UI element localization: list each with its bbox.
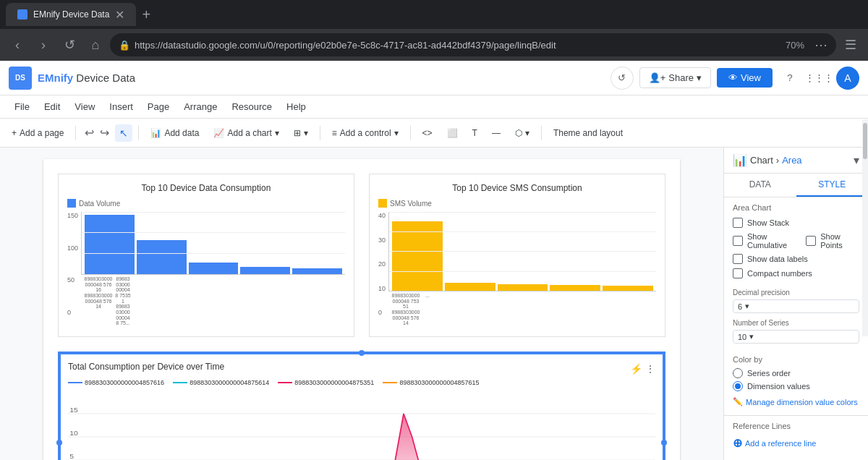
logo-text: DS — [15, 74, 25, 82]
handle-top[interactable] — [359, 350, 365, 356]
chart-lightning-icon[interactable]: ⚡ — [630, 363, 642, 375]
add-control-label: Add a control — [340, 128, 391, 138]
tab-close-icon[interactable]: ✕ — [115, 8, 124, 22]
x-labels-1: 8988303000000048 576168988303000000048 5… — [81, 275, 345, 328]
tab-data[interactable]: DATA — [724, 174, 796, 197]
view-button[interactable]: 👁 View — [717, 68, 773, 88]
address-bar[interactable]: 🔒 https://datastudio.google.com/u/0/repo… — [110, 33, 836, 56]
forward-button[interactable]: › — [32, 33, 55, 56]
gridline-2-2 — [389, 231, 656, 232]
color-by-section: Color by Series order Dimension values ✏… — [724, 349, 868, 415]
new-tab-button[interactable]: + — [142, 7, 150, 23]
home-button[interactable]: ⌂ — [84, 33, 107, 56]
back-button[interactable]: ‹ — [6, 33, 29, 56]
area-chart-options: Area Chart Show Stack Show Cumulative Sh… — [724, 197, 868, 289]
menu-page[interactable]: Page — [142, 98, 175, 115]
handle-left[interactable] — [56, 440, 62, 446]
x-label-2-2: ... — [422, 293, 433, 326]
x-label-2-1: 8988303000000048 753518988303000000048 5… — [391, 293, 420, 326]
area-chart-svg: 15 10 5 0 — [68, 391, 655, 460]
breadcrumb-sep: › — [776, 155, 779, 166]
gridline-2-3 — [389, 251, 656, 252]
decimal-precision-select[interactable]: 6 ▾ — [733, 299, 859, 313]
show-points-checkbox[interactable] — [806, 236, 816, 246]
bar-2-2 — [445, 283, 495, 291]
help-button[interactable]: ? — [778, 67, 801, 90]
menu-help[interactable]: Help — [281, 98, 312, 115]
add-chart-button[interactable]: 📈 Add a chart ▾ — [208, 125, 284, 141]
legend-item-3: 8988303000000004875351 — [278, 379, 374, 386]
area-chart-container[interactable]: Total Consumption per Device over Time ⚡… — [58, 352, 665, 460]
app-title-area: EMnify Device Data — [38, 72, 135, 85]
bar-chart-data[interactable]: Top 10 Device Data Consumption Data Volu… — [58, 174, 354, 337]
bar-2-3 — [498, 284, 548, 291]
code-button[interactable]: <> — [417, 125, 438, 141]
area-chart-actions: ⚡ ⋮ — [630, 363, 655, 375]
refresh-button[interactable]: ↺ — [610, 67, 634, 90]
add-chart-chevron: ▾ — [275, 128, 279, 138]
share-chevron-icon: ▾ — [697, 72, 702, 83]
panel-close-icon[interactable]: ▾ — [854, 153, 859, 167]
browser-tab[interactable]: EMnify Device Data ✕ — [6, 3, 136, 26]
bar-2-5 — [603, 286, 653, 291]
add-page-button[interactable]: + Add a page — [6, 125, 69, 141]
compact-numbers-checkbox[interactable] — [733, 268, 743, 278]
menu-resource[interactable]: Resource — [226, 98, 278, 115]
show-cumulative-checkbox[interactable] — [733, 236, 743, 246]
add-data-button[interactable]: 📊 Add data — [145, 125, 205, 141]
gridline-2-1 — [389, 212, 656, 213]
undo-button[interactable]: ↩ — [82, 123, 97, 142]
reload-button[interactable]: ↺ — [58, 33, 81, 56]
bar-chart-sms-title: Top 10 Device SMS Consumption — [378, 183, 656, 193]
selector-tool-button[interactable]: ↖ — [115, 124, 132, 142]
decimal-precision-label: Decimal precision — [733, 289, 859, 297]
bars-1 — [81, 212, 345, 275]
bar-chart-sms[interactable]: Top 10 Device SMS Consumption SMS Volume… — [369, 174, 665, 337]
shape-button[interactable]: ⬡ ▾ — [509, 125, 535, 141]
bar-chart-2-inner: 8988303000000048 753518988303000000048 5… — [388, 212, 656, 328]
show-data-labels-checkbox[interactable] — [733, 254, 743, 264]
y-20: 20 — [378, 260, 386, 268]
handle-right[interactable] — [661, 440, 667, 446]
y-100: 100 — [67, 244, 78, 252]
tab-style[interactable]: STYLE — [796, 174, 869, 197]
line-button[interactable]: — — [486, 125, 506, 141]
manage-colors-button[interactable]: ✏️ Manage dimension value colors — [733, 394, 859, 409]
line-icon: — — [492, 128, 501, 138]
add-control-button[interactable]: ≡ Add a control ▾ — [326, 125, 404, 141]
redo-button[interactable]: ↪ — [97, 123, 112, 142]
extensions-button[interactable]: ☰ — [839, 33, 862, 56]
add-reference-line-button[interactable]: ⊕ Add a reference line — [733, 433, 859, 453]
theme-layout-button[interactable]: Theme and layout — [548, 125, 629, 141]
num-series-select[interactable]: 10 ▾ — [733, 330, 859, 344]
scrollbar-thumb[interactable] — [863, 148, 867, 159]
menu-view[interactable]: View — [69, 98, 101, 115]
dimension-values-radio[interactable] — [733, 381, 743, 391]
app-title: EMnify Device Data — [38, 72, 135, 85]
compact-numbers-row: Compact numbers — [733, 268, 859, 278]
style-panel-content: Area Chart Show Stack Show Cumulative Sh… — [724, 197, 868, 460]
legend-label-3: 8988303000000004875351 — [294, 379, 374, 386]
image-button[interactable]: ⬜ — [441, 125, 464, 141]
gridline-3 — [82, 253, 345, 254]
show-stack-checkbox[interactable] — [733, 218, 743, 228]
grid-button[interactable]: ⊞ ▾ — [288, 125, 314, 141]
menu-insert[interactable]: Insert — [103, 98, 139, 115]
right-panel: 📊 Chart › Area ▾ DATA STYLE Area Chart S… — [723, 148, 868, 460]
main-content: Top 10 Device Data Consumption Data Volu… — [0, 148, 868, 460]
menu-edit[interactable]: Edit — [38, 98, 66, 115]
share-button[interactable]: 👤+ Share ▾ — [639, 67, 711, 88]
chart-more-icon[interactable]: ⋮ — [645, 363, 655, 375]
series-order-radio[interactable] — [733, 368, 743, 378]
text-button[interactable]: T — [467, 125, 483, 141]
menu-file[interactable]: File — [9, 98, 35, 115]
gridline-2-4 — [389, 271, 656, 272]
share-label: Share — [668, 72, 694, 83]
bar-chart-1-area: 150 100 50 0 — [67, 212, 345, 328]
menu-arrange[interactable]: Arrange — [178, 98, 223, 115]
avatar[interactable]: A — [836, 67, 859, 90]
zoom-level: 70% — [780, 40, 810, 51]
scrollbar-track[interactable] — [862, 148, 868, 336]
area-chart-legend: 8988303000000004857616 89883030000000048… — [68, 379, 655, 386]
grid-menu-button[interactable]: ⋮⋮⋮ — [807, 67, 830, 90]
